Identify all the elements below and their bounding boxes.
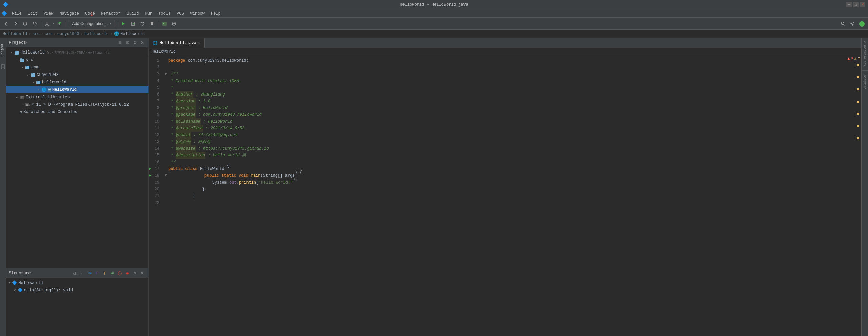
structure-close-button[interactable]: ✕: [139, 270, 145, 277]
tree-item-jdk[interactable]: ▸ JDK < 11 > D:\Program Files\Java\jdk-1…: [6, 101, 148, 108]
menu-window[interactable]: Window: [188, 10, 208, 17]
breadcrumb-helloworld-pkg[interactable]: helloworld: [84, 31, 109, 36]
run-marker-17: ▶: [149, 166, 151, 172]
key-promoter-label[interactable]: Key Promoter X: [863, 39, 867, 68]
vcs-update-button[interactable]: [56, 20, 64, 28]
coverage-button[interactable]: ⚡: [160, 20, 169, 28]
menu-vcs[interactable]: VCS: [174, 10, 187, 17]
forward-button[interactable]: [12, 20, 20, 28]
line-num-10: 10: [149, 118, 162, 125]
back-button[interactable]: [2, 20, 10, 28]
menu-refactor[interactable]: Refactor: [98, 10, 123, 17]
run-button[interactable]: [119, 20, 127, 28]
kw-package: package: [168, 57, 185, 64]
project-settings-button[interactable]: ⚙: [132, 40, 138, 46]
code-line-6: * @author : zhangliang: [168, 91, 852, 98]
tree-item-src[interactable]: ▾ src: [6, 56, 148, 64]
settings-button[interactable]: [848, 20, 856, 28]
code-line-13: * @公众号 : 村雨遥: [168, 139, 852, 145]
code-area[interactable]: package com.cunyu1943.helloworld; ⊟ /** …: [165, 56, 854, 336]
breadcrumb-src[interactable]: src: [32, 31, 40, 36]
tab-close-button[interactable]: ✕: [198, 41, 200, 45]
minimize-button[interactable]: ─: [846, 2, 852, 7]
line-num-17: ▶ 17: [149, 166, 162, 172]
gutter-mark-7: [857, 137, 859, 139]
inherited-button[interactable]: P: [94, 270, 101, 277]
rerun-button[interactable]: [138, 20, 146, 28]
tree-item-helloworld-pkg[interactable]: ▾ helloworld: [6, 79, 148, 86]
editor-content: 1 2 3 4 5 6 7 8 9 10 11 12 13 14 15 16 ▶…: [149, 56, 861, 336]
maximize-button[interactable]: □: [853, 2, 859, 7]
project-title-chevron[interactable]: ▾: [26, 41, 27, 44]
line-num-5: 5: [149, 84, 162, 91]
add-configuration-button[interactable]: Add Configuration... ▾: [68, 20, 115, 27]
svg-text:⚡: ⚡: [163, 22, 164, 25]
svg-rect-24: [25, 66, 27, 67]
gutter-mark-1: [857, 64, 859, 66]
tree-item-helloworld-class[interactable]: ▸ 🌐 w HelloWorld: [6, 86, 148, 93]
menu-file[interactable]: File: [9, 10, 24, 17]
tree-item-scratches[interactable]: ⚙ Scratches and Consoles: [6, 108, 148, 116]
add-config-chevron: ▾: [110, 22, 111, 25]
project-panel-actions: ⚙ ✕: [117, 40, 145, 46]
error-warning-indicator[interactable]: ! 9 2: [846, 56, 861, 61]
breadcrumb-file[interactable]: HelloWorld: [120, 31, 145, 36]
menu-run[interactable]: Run: [142, 10, 155, 17]
recent-files-button[interactable]: [21, 20, 29, 28]
menu-tools[interactable]: Tools: [156, 10, 173, 17]
breadcrumb-cunyu1943[interactable]: cunyu1943: [57, 31, 79, 36]
bookmark-icon[interactable]: [1, 64, 5, 70]
struct-class-name: HelloWorld: [18, 281, 43, 286]
close-button[interactable]: ✕: [860, 2, 865, 7]
editor-tab-helloworld[interactable]: 🌐 HelloWorld.java ✕: [149, 38, 205, 48]
tree-item-external-libs[interactable]: ▸ External Libraries: [6, 93, 148, 101]
notifications-button[interactable]: ⬤: [858, 20, 866, 28]
line-num-7: 7: [149, 98, 162, 105]
menu-navigate[interactable]: Navigate: [57, 10, 82, 17]
file-tree: ▾ HelloWorld D:\大文件\代码\IDEA\HelloWorld ▾…: [6, 47, 148, 268]
update-button[interactable]: [31, 20, 39, 28]
struct-method-name: main(String[]): void: [24, 288, 73, 293]
menu-help[interactable]: Help: [208, 10, 223, 17]
build-button[interactable]: [129, 20, 137, 28]
expand-inherited-button[interactable]: 👁: [86, 270, 93, 277]
project-close-button[interactable]: ✕: [139, 40, 145, 46]
menu-build[interactable]: Build: [124, 10, 141, 17]
menu-edit[interactable]: Edit: [25, 10, 40, 17]
code-line-12: * @email : 747731461@qq.com: [168, 132, 852, 139]
user-button[interactable]: [43, 20, 51, 28]
window-title: HelloWorld - HelloWorld.java: [400, 2, 468, 7]
tree-item-root[interactable]: ▾ HelloWorld D:\大文件\代码\IDEA\HelloWorld: [6, 49, 148, 56]
database-label[interactable]: Database: [863, 74, 867, 91]
line-num-3: 3: [149, 71, 162, 78]
visibility-button[interactable]: ⊕: [109, 270, 116, 277]
autoscroll-from-button[interactable]: ◯: [116, 270, 123, 277]
project-strip-icon[interactable]: Project: [1, 41, 5, 59]
structure-panel: Structure AZ ↕ 👁 P f ⊕ ◯ ◈ ⚙ ✕: [6, 268, 148, 336]
autoscroll-to-button[interactable]: ◈: [124, 270, 131, 277]
fields-button[interactable]: f: [101, 270, 108, 277]
tree-item-com[interactable]: ▾ com: [6, 64, 148, 71]
structure-item-method[interactable]: ⚙ 🔷 main(String[]): void: [7, 287, 147, 294]
stop-button[interactable]: [148, 20, 156, 28]
breadcrumb-project[interactable]: HelloWorld: [3, 31, 27, 36]
file-header-text: HelloWorld: [151, 49, 176, 54]
svg-point-12: [852, 23, 853, 24]
tree-item-cunyu1943-name: cunyu1943: [37, 72, 59, 77]
expand-all-button[interactable]: [124, 40, 131, 46]
window-controls[interactable]: ─ □ ✕: [846, 2, 865, 7]
right-strip-sep: [862, 70, 868, 71]
collapse-all-button[interactable]: [117, 40, 123, 46]
menu-view[interactable]: View: [41, 10, 56, 17]
search-everywhere-button[interactable]: [839, 20, 847, 28]
structure-settings-button[interactable]: ⚙: [131, 270, 138, 277]
sort-alpha-button[interactable]: AZ: [72, 270, 78, 277]
sort-type-button[interactable]: ↕: [79, 270, 86, 277]
line-num-18: ▶ 18: [149, 172, 162, 179]
tree-item-cunyu1943[interactable]: ▾ cunyu1943: [6, 71, 148, 79]
code-line-11: * @createTime : 2021/9/14 9:53: [168, 125, 852, 132]
code-line-17: public class HelloWorld {: [168, 166, 852, 172]
tree-arrow-com: ▾: [20, 66, 25, 69]
profile-button[interactable]: [170, 20, 178, 28]
breadcrumb-com[interactable]: com: [45, 31, 52, 36]
